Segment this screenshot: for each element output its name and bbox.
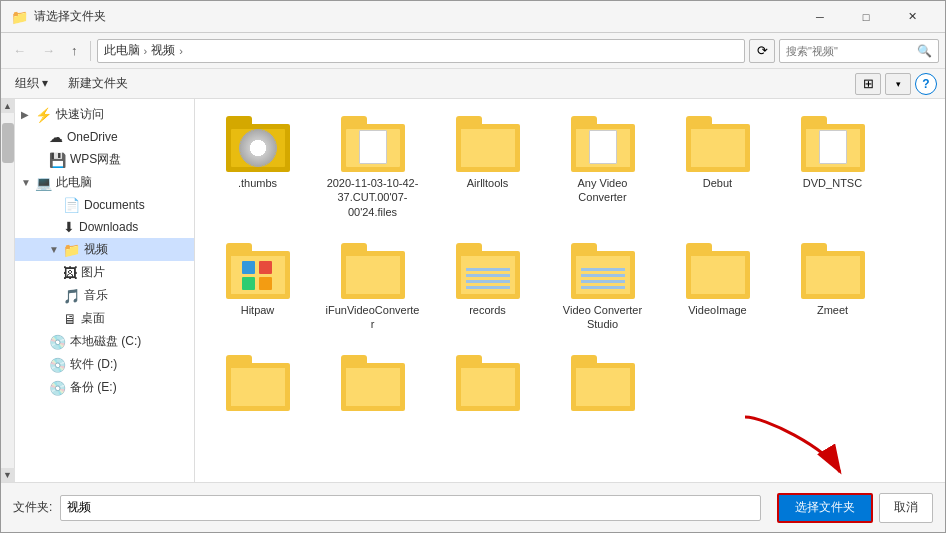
list-item[interactable]: Video Converter Studio: [550, 236, 655, 339]
sidebar-item-pictures[interactable]: 🖼 图片: [15, 261, 194, 284]
expand-icon: ▼: [49, 244, 59, 255]
folder-icon: [341, 243, 405, 299]
folder-icon: [801, 243, 865, 299]
sidebar-item-quick-access[interactable]: ▶ ⚡ 快速访问: [15, 103, 194, 126]
search-input[interactable]: [786, 45, 913, 57]
list-item[interactable]: Any Video Converter: [550, 109, 655, 226]
filename-input[interactable]: [60, 495, 761, 521]
view-icon: ⊞: [863, 76, 874, 91]
left-scrollbar: ▲ ▼: [1, 99, 15, 482]
downloads-icon: ⬇: [63, 219, 75, 235]
folder-icon: [571, 355, 635, 411]
left-panel: ▶ ⚡ 快速访问 ☁ OneDrive 💾 WPS网盘 ▼ 💻 此电脑: [15, 99, 195, 482]
refresh-button[interactable]: ⟳: [749, 39, 775, 63]
back-icon: ←: [13, 43, 26, 58]
folder-icon: [801, 116, 865, 172]
view-dropdown-button[interactable]: ▾: [885, 73, 911, 95]
sidebar-item-label: Documents: [84, 198, 145, 212]
folder-icon: [226, 116, 290, 172]
music-icon: 🎵: [63, 288, 80, 304]
documents-icon: 📄: [63, 197, 80, 213]
list-item[interactable]: iFunVideoConverter: [320, 236, 425, 339]
file-label: records: [469, 303, 506, 317]
sidebar-item-label: 此电脑: [56, 174, 92, 191]
up-icon: ↑: [71, 43, 78, 58]
scroll-up-button[interactable]: ▲: [1, 99, 15, 113]
address-bar[interactable]: 此电脑 › 视频 ›: [97, 39, 746, 63]
scroll-down-button[interactable]: ▼: [1, 468, 15, 482]
sidebar-item-label: 桌面: [81, 310, 105, 327]
sidebar-item-label: 音乐: [84, 287, 108, 304]
list-item[interactable]: [320, 348, 425, 422]
desktop-icon: 🖥: [63, 311, 77, 327]
sidebar-item-label: 备份 (E:): [70, 379, 117, 396]
list-item[interactable]: Hitpaw: [205, 236, 310, 339]
sidebar-item-label: 视频: [84, 241, 108, 258]
list-item[interactable]: VideoImage: [665, 236, 770, 339]
sidebar-item-documents[interactable]: 📄 Documents: [15, 194, 194, 216]
sidebar-item-label: Downloads: [79, 220, 138, 234]
sidebar-item-music[interactable]: 🎵 音乐: [15, 284, 194, 307]
breadcrumb-folder: 视频: [151, 42, 175, 59]
file-label: Zmeet: [817, 303, 848, 317]
sidebar-item-downloads[interactable]: ⬇ Downloads: [15, 216, 194, 238]
onedrive-icon: ☁: [49, 129, 63, 145]
file-label: iFunVideoConverter: [325, 303, 420, 332]
select-folder-button[interactable]: 选择文件夹: [777, 493, 873, 523]
sidebar-item-wps[interactable]: 💾 WPS网盘: [15, 148, 194, 171]
file-label: .thumbs: [238, 176, 277, 190]
file-picker-dialog: 📁 请选择文件夹 ─ □ ✕ ← → ↑ 此电脑 › 视频 › ⟳ 🔍: [0, 0, 946, 533]
sidebar-item-drive-d[interactable]: 💿 软件 (D:): [15, 353, 194, 376]
help-button[interactable]: ?: [915, 73, 937, 95]
close-button[interactable]: ✕: [889, 1, 935, 33]
maximize-button[interactable]: □: [843, 1, 889, 33]
folder-icon: [686, 243, 750, 299]
drive-c-icon: 💿: [49, 334, 66, 350]
sidebar-item-onedrive[interactable]: ☁ OneDrive: [15, 126, 194, 148]
search-icon: 🔍: [917, 44, 932, 58]
sidebar-item-drive-e[interactable]: 💿 备份 (E:): [15, 376, 194, 399]
organize-button[interactable]: 组织 ▾: [9, 73, 54, 94]
breadcrumb-sep1: ›: [144, 45, 148, 57]
list-item[interactable]: .thumbs: [205, 109, 310, 226]
up-button[interactable]: ↑: [65, 37, 84, 65]
pc-icon: 💻: [35, 175, 52, 191]
bottom-buttons: 选择文件夹 取消: [777, 493, 933, 523]
scroll-thumb: [2, 123, 14, 163]
sidebar-item-drive-c[interactable]: 💿 本地磁盘 (C:): [15, 330, 194, 353]
new-folder-button[interactable]: 新建文件夹: [62, 73, 134, 94]
list-item[interactable]: DVD_NTSC: [780, 109, 885, 226]
file-label: DVD_NTSC: [803, 176, 862, 190]
list-item[interactable]: Airlltools: [435, 109, 540, 226]
search-area: 🔍: [779, 39, 939, 63]
folder-icon: [571, 116, 635, 172]
folder-icon: [456, 355, 520, 411]
cancel-button[interactable]: 取消: [879, 493, 933, 523]
view-button[interactable]: ⊞: [855, 73, 881, 95]
list-item[interactable]: [205, 348, 310, 422]
main-area: ▲ ▼ ▶ ⚡ 快速访问 ☁ OneDrive 💾 WPS网盘: [1, 99, 945, 482]
folder-icon: [456, 116, 520, 172]
sidebar-item-label: 软件 (D:): [70, 356, 117, 373]
sidebar-item-desktop[interactable]: 🖥 桌面: [15, 307, 194, 330]
list-item[interactable]: 2020-11-03-10-42-37.CUT.00'07-00'24.file…: [320, 109, 425, 226]
list-item[interactable]: records: [435, 236, 540, 339]
list-item[interactable]: [550, 348, 655, 422]
list-item[interactable]: Debut: [665, 109, 770, 226]
list-item[interactable]: [435, 348, 540, 422]
file-label: VideoImage: [688, 303, 747, 317]
forward-icon: →: [42, 43, 55, 58]
sidebar-item-this-pc[interactable]: ▼ 💻 此电脑: [15, 171, 194, 194]
toolbar2-right: ⊞ ▾ ?: [855, 73, 937, 95]
expand-icon: ▼: [21, 177, 31, 188]
forward-button[interactable]: →: [36, 37, 61, 65]
nav-toolbar: ← → ↑ 此电脑 › 视频 › ⟳ 🔍: [1, 33, 945, 69]
file-grid: .thumbs 2020-11-03-10-42-37.CUT.00'07-00…: [205, 109, 935, 422]
minimize-button[interactable]: ─: [797, 1, 843, 33]
sidebar-item-videos[interactable]: ▼ 📁 视频: [15, 238, 194, 261]
expand-icon: ▶: [21, 109, 31, 120]
videos-icon: 📁: [63, 242, 80, 258]
back-button[interactable]: ←: [7, 37, 32, 65]
file-label: Hitpaw: [241, 303, 275, 317]
list-item[interactable]: Zmeet: [780, 236, 885, 339]
